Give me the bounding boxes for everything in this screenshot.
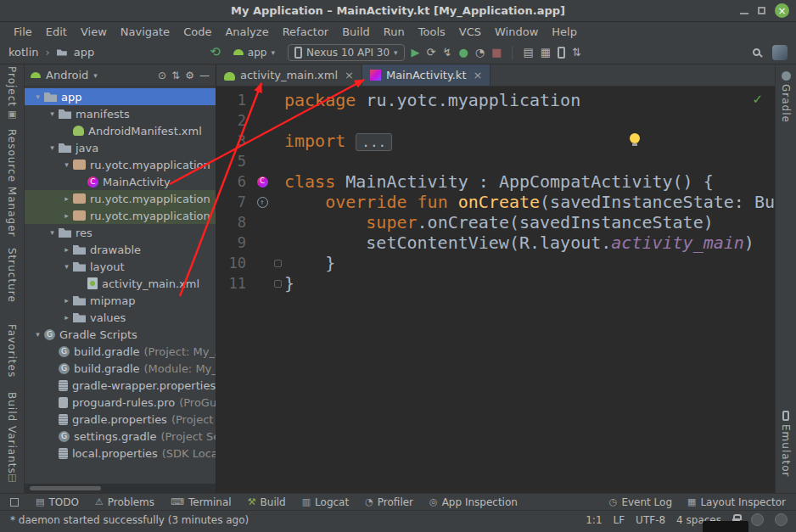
close-icon[interactable]: × — [345, 69, 354, 81]
file-encoding[interactable]: UTF-8 — [636, 514, 665, 526]
menu-item-window[interactable]: Window — [488, 24, 545, 40]
hide-panel-icon[interactable]: — — [199, 70, 210, 81]
chevron-collapsed-icon[interactable]: ▸ — [60, 313, 73, 322]
tool-button-favorites[interactable]: Favorites — [0, 324, 24, 378]
title-bar[interactable]: My Application – MainActivity.kt [My_App… — [0, 0, 796, 22]
menu-item-code[interactable]: Code — [177, 24, 218, 40]
sdk-manager-icon[interactable]: ⇅ — [572, 47, 581, 58]
tool-button-build-variants[interactable]: Build Variants — [0, 392, 24, 474]
collapse-all-icon[interactable]: ⇅ — [171, 70, 180, 81]
tree-item-values[interactable]: ▸values — [25, 309, 216, 326]
editor-tab-mainactivity-kt[interactable]: MainActivity.kt× — [362, 64, 490, 86]
line-number[interactable]: 6 — [216, 171, 254, 192]
notifications-icon[interactable] — [751, 513, 764, 526]
fold-end-icon[interactable] — [274, 280, 282, 288]
line-number[interactable]: 7 — [216, 192, 254, 212]
menu-item-vcs[interactable]: VCS — [452, 24, 488, 40]
menu-item-tools[interactable]: Tools — [412, 24, 452, 40]
line-number[interactable]: 9 — [216, 232, 254, 253]
chevron-expanded-icon[interactable]: ▾ — [46, 143, 59, 152]
run-button[interactable]: ▶ — [412, 47, 420, 58]
tool-window-button-profiler[interactable]: ◔Profiler — [365, 496, 413, 508]
menu-item-view[interactable]: View — [74, 24, 114, 40]
apply-changes-button[interactable]: ⟳ — [427, 47, 436, 58]
close-icon[interactable]: × — [473, 69, 482, 81]
ide-status-icon[interactable] — [775, 513, 788, 526]
tree-item-gradle-wrapper-properties-gr[interactable]: gradle-wrapper.properties(Gr — [25, 377, 216, 394]
tree-item-local-properties-sdk-locatio[interactable]: local.properties(SDK Locatio — [25, 445, 216, 462]
menu-item-navigate[interactable]: Navigate — [114, 24, 177, 40]
breadcrumb-module[interactable]: kotlin — [8, 46, 39, 59]
tree-item-build-gradle-module-my-ap[interactable]: Gbuild.gradle(Module: My_Ap — [25, 360, 216, 377]
line-number[interactable]: 8 — [216, 212, 254, 232]
tree-item-gradle-properties-project-pr[interactable]: gradle.properties(Project Pr — [25, 411, 216, 428]
tree-item-manifests[interactable]: ▾manifests — [25, 105, 216, 122]
editor-tab-activity-main-xml[interactable]: activity_main.xml× — [216, 64, 362, 86]
tool-button-structure[interactable]: Structure — [0, 248, 24, 303]
tree-item-java[interactable]: ▾java — [25, 139, 216, 156]
tool-window-button-layout-inspector[interactable]: ▦Layout Inspector — [687, 496, 786, 508]
line-number[interactable]: 1 — [216, 90, 254, 110]
device-selector[interactable]: Nexus 10 API 30 ▾ — [288, 44, 405, 61]
tool-button-emulator[interactable]: Emulator — [776, 411, 796, 478]
tool-window-button-problems[interactable]: ⚠Problems — [95, 496, 154, 508]
inspections-ok-icon[interactable]: ✓ — [752, 92, 763, 107]
stop-button[interactable]: ■ — [491, 47, 502, 58]
chevron-expanded-icon[interactable]: ▾ — [31, 92, 44, 101]
line-number[interactable]: 3 — [216, 131, 254, 151]
chevron-collapsed-icon[interactable]: ▸ — [60, 211, 73, 220]
tool-window-button-logcat[interactable]: ▥Logcat — [302, 496, 350, 508]
scrollbar-thumb[interactable] — [30, 486, 101, 490]
menu-item-help[interactable]: Help — [545, 24, 584, 40]
tree-item-mipmap[interactable]: ▸mipmap — [25, 292, 216, 309]
select-opened-file-icon[interactable]: ⊙ — [158, 70, 166, 81]
tree-item-app[interactable]: ▾app — [25, 88, 216, 105]
tree-item-res[interactable]: ▾res — [25, 224, 216, 241]
run-config-selector[interactable]: app ▾ — [227, 44, 281, 61]
intention-bulb-icon[interactable] — [630, 133, 640, 143]
tree-item-ru-yotc-myapplication-and[interactable]: ▸ru.yotc.myapplication(and — [25, 190, 216, 207]
tool-button-project[interactable]: Project — [0, 66, 24, 107]
line-number[interactable]: 5 — [216, 151, 254, 171]
tree-item-proguard-rules-pro-proguar[interactable]: proguard-rules.pro(ProGuar — [25, 394, 216, 411]
chevron-expanded-icon[interactable]: ▾ — [46, 228, 59, 237]
menu-item-refactor[interactable]: Refactor — [276, 24, 336, 40]
tree-item-ru-yotc-myapplication[interactable]: ▾ru.yotc.myapplication — [25, 156, 216, 173]
profile-button[interactable]: ◔ — [475, 47, 485, 58]
settings-icon[interactable]: ⚙ — [185, 70, 194, 81]
chevron-collapsed-icon[interactable]: ▸ — [60, 194, 73, 203]
tool-window-button-terminal[interactable]: ⌨Terminal — [171, 496, 232, 508]
search-everywhere-icon[interactable] — [753, 48, 760, 56]
tool-window-button-event-log[interactable]: ◷Event Log — [609, 496, 672, 508]
menu-item-build[interactable]: Build — [335, 24, 377, 40]
tree-item-build-gradle-project-my-ap[interactable]: Gbuild.gradle(Project: My_Ap — [25, 343, 216, 360]
status-message[interactable]: * daemon started successfully (3 minutes… — [10, 514, 249, 526]
bookmark-icon[interactable]: ▣ — [8, 109, 16, 120]
line-number[interactable]: 2 — [216, 110, 254, 131]
toolwindow-switcher-icon[interactable] — [10, 498, 19, 507]
chevron-collapsed-icon[interactable]: ▸ — [60, 296, 73, 305]
minimize-button[interactable] — [740, 13, 748, 14]
device-file-explorer-icon[interactable]: ▤ — [523, 47, 533, 58]
apply-code-changes-button[interactable]: ↯ — [443, 47, 452, 58]
tool-window-button-todo[interactable]: ▤TODO — [36, 496, 79, 508]
menu-item-run[interactable]: Run — [377, 24, 412, 40]
gradle-sync-icon[interactable]: ⟲ — [210, 46, 221, 59]
tree-item-androidmanifest-xml[interactable]: AndroidManifest.xml — [25, 122, 216, 139]
line-separator[interactable]: LF — [614, 514, 625, 526]
user-avatar[interactable] — [772, 45, 788, 60]
chevron-expanded-icon[interactable]: ▾ — [60, 262, 73, 271]
close-button[interactable]: × — [775, 3, 789, 18]
tree-item-gradle-scripts[interactable]: ▾GGradle Scripts — [25, 326, 216, 343]
tool-window-button-build[interactable]: ⚒Build — [248, 496, 286, 508]
editor[interactable]: 1package ru.yotc.myapplication23import .… — [216, 87, 775, 493]
debug-button[interactable]: ● — [458, 47, 468, 58]
tree-item-mainactivity[interactable]: CMainActivity — [25, 173, 216, 190]
chevron-expanded-icon[interactable]: ▾ — [60, 160, 73, 169]
tool-button-gradle[interactable]: Gradle — [776, 71, 796, 123]
maximize-button[interactable] — [758, 7, 765, 14]
tree-item-layout[interactable]: ▾layout — [25, 258, 216, 275]
tool-window-button-app-inspection[interactable]: ◎App Inspection — [429, 496, 518, 508]
caret-position[interactable]: 1:1 — [586, 514, 602, 526]
chevron-collapsed-icon[interactable]: ▸ — [60, 245, 73, 254]
